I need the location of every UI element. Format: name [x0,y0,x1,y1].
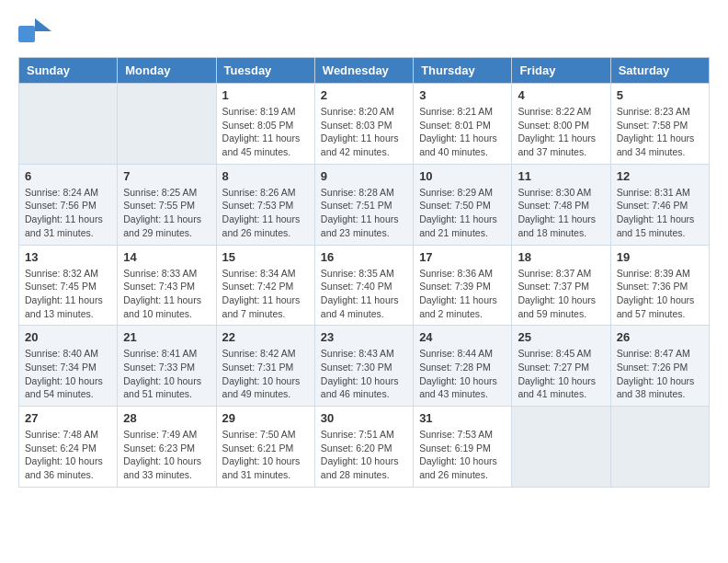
day-cell: 28 Sunrise: 7:49 AM Sunset: 6:23 PM Dayl… [118,407,216,488]
day-number: 15 [222,250,309,264]
day-header-wednesday: Wednesday [314,58,413,84]
day-info: Sunrise: 7:51 AM Sunset: 6:20 PM Dayligh… [321,428,407,482]
day-number: 10 [419,169,506,183]
day-info: Sunrise: 8:30 AM Sunset: 7:48 PM Dayligh… [518,186,604,240]
day-info: Sunrise: 8:25 AM Sunset: 7:55 PM Dayligh… [123,186,210,240]
day-info: Sunrise: 7:48 AM Sunset: 6:24 PM Dayligh… [25,428,111,482]
day-info: Sunrise: 8:33 AM Sunset: 7:43 PM Dayligh… [123,267,210,321]
day-number: 11 [518,169,604,183]
day-number: 30 [321,411,407,425]
day-number: 20 [25,330,111,344]
day-header-tuesday: Tuesday [216,58,314,84]
page-header [18,18,710,48]
day-number: 4 [518,88,604,102]
day-number: 8 [222,169,309,183]
day-info: Sunrise: 8:44 AM Sunset: 7:28 PM Dayligh… [419,347,506,401]
day-cell: 20 Sunrise: 8:40 AM Sunset: 7:34 PM Dayl… [19,326,118,407]
day-number: 9 [321,169,407,183]
day-number: 28 [123,411,210,425]
day-cell: 26 Sunrise: 8:47 AM Sunset: 7:26 PM Dayl… [610,326,709,407]
svg-rect-0 [18,26,35,42]
day-number: 17 [419,250,506,264]
day-cell: 25 Sunrise: 8:45 AM Sunset: 7:27 PM Dayl… [512,326,610,407]
day-info: Sunrise: 8:26 AM Sunset: 7:53 PM Dayligh… [222,186,309,240]
day-info: Sunrise: 7:49 AM Sunset: 6:23 PM Dayligh… [123,428,210,482]
day-header-saturday: Saturday [610,58,709,84]
day-info: Sunrise: 8:41 AM Sunset: 7:33 PM Dayligh… [123,347,210,401]
day-number: 29 [222,411,309,425]
calendar-header-row: SundayMondayTuesdayWednesdayThursdayFrid… [19,58,710,84]
day-cell: 31 Sunrise: 7:53 AM Sunset: 6:19 PM Dayl… [414,407,512,488]
day-info: Sunrise: 7:50 AM Sunset: 6:21 PM Dayligh… [222,428,309,482]
day-cell: 30 Sunrise: 7:51 AM Sunset: 6:20 PM Dayl… [314,407,413,488]
day-number: 5 [617,88,703,102]
day-cell [610,407,709,488]
day-info: Sunrise: 8:47 AM Sunset: 7:26 PM Dayligh… [617,347,703,401]
day-info: Sunrise: 8:24 AM Sunset: 7:56 PM Dayligh… [25,186,111,240]
day-cell: 19 Sunrise: 8:39 AM Sunset: 7:36 PM Dayl… [610,245,709,326]
day-cell: 29 Sunrise: 7:50 AM Sunset: 6:21 PM Dayl… [216,407,314,488]
day-info: Sunrise: 8:43 AM Sunset: 7:30 PM Dayligh… [321,347,407,401]
day-number: 31 [419,411,506,425]
day-info: Sunrise: 8:32 AM Sunset: 7:45 PM Dayligh… [25,267,111,321]
day-cell: 10 Sunrise: 8:29 AM Sunset: 7:50 PM Dayl… [414,164,512,245]
day-number: 27 [25,411,111,425]
day-cell: 6 Sunrise: 8:24 AM Sunset: 7:56 PM Dayli… [19,164,118,245]
week-row-3: 13 Sunrise: 8:32 AM Sunset: 7:45 PM Dayl… [19,245,710,326]
day-info: Sunrise: 8:20 AM Sunset: 8:03 PM Dayligh… [321,105,407,159]
day-info: Sunrise: 8:35 AM Sunset: 7:40 PM Dayligh… [321,267,407,321]
day-info: Sunrise: 7:53 AM Sunset: 6:19 PM Dayligh… [419,428,506,482]
day-cell: 21 Sunrise: 8:41 AM Sunset: 7:33 PM Dayl… [118,326,216,407]
svg-marker-1 [35,18,51,31]
day-number: 23 [321,330,407,344]
day-info: Sunrise: 8:40 AM Sunset: 7:34 PM Dayligh… [25,347,111,401]
day-number: 26 [617,330,703,344]
day-cell: 9 Sunrise: 8:28 AM Sunset: 7:51 PM Dayli… [314,164,413,245]
day-cell: 22 Sunrise: 8:42 AM Sunset: 7:31 PM Dayl… [216,326,314,407]
day-cell: 14 Sunrise: 8:33 AM Sunset: 7:43 PM Dayl… [118,245,216,326]
day-info: Sunrise: 8:39 AM Sunset: 7:36 PM Dayligh… [617,267,703,321]
day-info: Sunrise: 8:22 AM Sunset: 8:00 PM Dayligh… [518,105,604,159]
day-cell: 2 Sunrise: 8:20 AM Sunset: 8:03 PM Dayli… [314,84,413,165]
day-number: 25 [518,330,604,344]
day-info: Sunrise: 8:31 AM Sunset: 7:46 PM Dayligh… [617,186,703,240]
day-cell: 16 Sunrise: 8:35 AM Sunset: 7:40 PM Dayl… [314,245,413,326]
day-cell: 4 Sunrise: 8:22 AM Sunset: 8:00 PM Dayli… [512,84,610,165]
day-info: Sunrise: 8:29 AM Sunset: 7:50 PM Dayligh… [419,186,506,240]
day-cell [118,84,216,165]
day-cell [512,407,610,488]
day-cell: 1 Sunrise: 8:19 AM Sunset: 8:05 PM Dayli… [216,84,314,165]
week-row-4: 20 Sunrise: 8:40 AM Sunset: 7:34 PM Dayl… [19,326,710,407]
day-number: 21 [123,330,210,344]
day-number: 1 [222,88,309,102]
calendar-table: SundayMondayTuesdayWednesdayThursdayFrid… [18,57,710,488]
day-header-monday: Monday [118,58,216,84]
day-header-friday: Friday [512,58,610,84]
day-cell: 12 Sunrise: 8:31 AM Sunset: 7:46 PM Dayl… [610,164,709,245]
day-info: Sunrise: 8:28 AM Sunset: 7:51 PM Dayligh… [321,186,407,240]
day-cell: 24 Sunrise: 8:44 AM Sunset: 7:28 PM Dayl… [414,326,512,407]
day-cell [19,84,118,165]
day-cell: 11 Sunrise: 8:30 AM Sunset: 7:48 PM Dayl… [512,164,610,245]
day-cell: 23 Sunrise: 8:43 AM Sunset: 7:30 PM Dayl… [314,326,413,407]
day-cell: 5 Sunrise: 8:23 AM Sunset: 7:58 PM Dayli… [610,84,709,165]
week-row-5: 27 Sunrise: 7:48 AM Sunset: 6:24 PM Dayl… [19,407,710,488]
day-number: 18 [518,250,604,264]
day-info: Sunrise: 8:36 AM Sunset: 7:39 PM Dayligh… [419,267,506,321]
day-info: Sunrise: 8:19 AM Sunset: 8:05 PM Dayligh… [222,105,309,159]
day-number: 2 [321,88,407,102]
day-cell: 18 Sunrise: 8:37 AM Sunset: 7:37 PM Dayl… [512,245,610,326]
day-header-sunday: Sunday [19,58,118,84]
day-number: 16 [321,250,407,264]
day-info: Sunrise: 8:42 AM Sunset: 7:31 PM Dayligh… [222,347,309,401]
day-number: 13 [25,250,111,264]
day-cell: 8 Sunrise: 8:26 AM Sunset: 7:53 PM Dayli… [216,164,314,245]
day-cell: 15 Sunrise: 8:34 AM Sunset: 7:42 PM Dayl… [216,245,314,326]
day-number: 14 [123,250,210,264]
day-cell: 27 Sunrise: 7:48 AM Sunset: 6:24 PM Dayl… [19,407,118,488]
day-info: Sunrise: 8:34 AM Sunset: 7:42 PM Dayligh… [222,267,309,321]
day-info: Sunrise: 8:45 AM Sunset: 7:27 PM Dayligh… [518,347,604,401]
day-cell: 17 Sunrise: 8:36 AM Sunset: 7:39 PM Dayl… [414,245,512,326]
day-info: Sunrise: 8:21 AM Sunset: 8:01 PM Dayligh… [419,105,506,159]
day-number: 19 [617,250,703,264]
